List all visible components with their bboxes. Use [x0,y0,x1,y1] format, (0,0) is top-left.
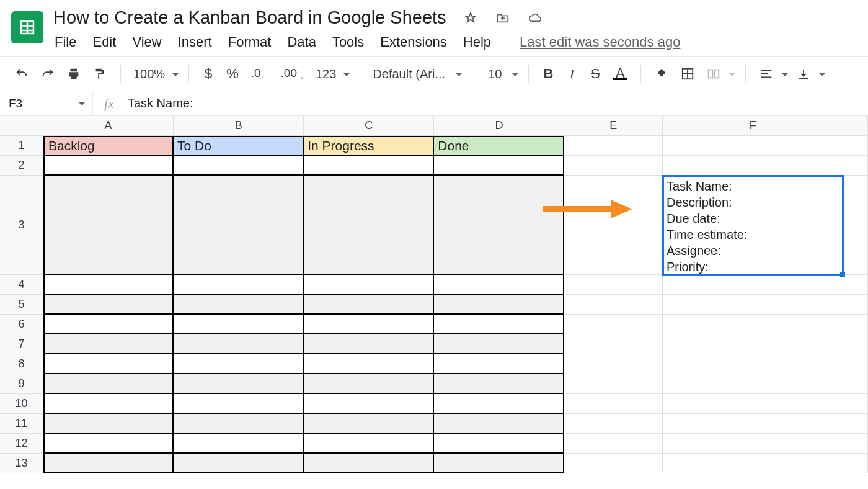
decrease-decimal-icon[interactable]: .0← [247,64,272,84]
row-header[interactable]: 10 [0,394,43,414]
menu-view[interactable]: View [132,34,161,50]
cell[interactable] [304,275,434,295]
fill-color-icon[interactable] [651,65,672,83]
cell[interactable] [43,315,174,334]
bold-icon[interactable]: B [539,63,557,84]
cell[interactable] [843,156,868,176]
cell[interactable] [564,454,663,473]
cell[interactable] [304,374,434,394]
row-header[interactable]: 8 [0,354,43,374]
cell[interactable] [843,315,868,334]
select-all-corner[interactable] [0,116,43,136]
cell[interactable] [174,394,304,414]
cell[interactable]: Backlog [43,136,174,156]
last-edit-info[interactable]: Last edit was seconds ago [520,34,680,50]
cell[interactable] [304,334,434,354]
cell[interactable] [174,295,304,315]
cell[interactable] [564,354,663,374]
cell[interactable] [43,434,174,454]
column-header[interactable]: A [43,116,174,136]
cell[interactable] [434,414,564,434]
cell[interactable] [434,275,564,295]
cell[interactable] [564,136,663,156]
cell[interactable] [304,454,434,473]
cell[interactable] [43,354,174,374]
increase-decimal-icon[interactable]: .00→ [277,64,308,84]
zoom-caret-icon[interactable] [172,67,179,81]
percent-icon[interactable]: % [223,63,242,84]
cell[interactable] [663,334,843,354]
cell[interactable] [174,454,304,473]
cell[interactable] [663,354,843,374]
menu-format[interactable]: Format [228,34,272,50]
column-header[interactable]: B [174,116,304,136]
italic-icon[interactable]: I [562,63,581,84]
cell[interactable] [174,315,304,334]
cell[interactable] [564,176,663,275]
number-format-select[interactable]: 123 [313,67,339,81]
cell[interactable] [663,414,843,434]
sheets-logo[interactable] [11,11,43,43]
cell[interactable] [843,454,868,473]
cell[interactable] [43,394,174,414]
numfmt-caret-icon[interactable] [343,67,350,81]
cell[interactable] [434,434,564,454]
row-header[interactable]: 6 [0,315,43,334]
cell[interactable] [434,176,564,275]
merge-caret-icon[interactable] [729,67,735,81]
cell[interactable] [843,354,868,374]
menu-help[interactable]: Help [463,34,491,50]
cell[interactable] [663,454,843,473]
cell[interactable] [43,414,174,434]
cell[interactable] [843,434,868,454]
cell[interactable] [564,374,663,394]
font-caret-icon[interactable] [456,67,462,81]
cell[interactable] [43,176,174,275]
cell[interactable] [304,295,434,315]
row-header[interactable]: 7 [0,334,43,354]
cell[interactable] [434,354,564,374]
cell[interactable]: In Progress [304,136,434,156]
cell[interactable] [174,414,304,434]
cell[interactable] [843,374,868,394]
cell[interactable] [663,434,843,454]
cell[interactable] [564,156,663,176]
cell[interactable] [663,275,843,295]
cell[interactable] [434,156,564,176]
vertical-align-icon[interactable] [793,65,814,83]
cell[interactable] [174,354,304,374]
column-header[interactable]: F [663,116,843,136]
cell[interactable] [564,275,663,295]
row-header[interactable]: 9 [0,374,43,394]
cell[interactable] [174,176,304,275]
cell[interactable] [843,414,868,434]
cell[interactable] [564,334,663,354]
redo-icon[interactable] [37,65,58,83]
cell[interactable] [434,315,564,334]
menu-insert[interactable]: Insert [178,34,212,50]
row-header[interactable]: 11 [0,414,43,434]
cell[interactable] [663,394,843,414]
cell[interactable] [663,295,843,315]
cell[interactable]: Done [434,136,564,156]
valign-caret-icon[interactable] [819,67,825,81]
document-title[interactable]: How to Create a Kanban Board in Google S… [51,6,449,29]
cell[interactable] [174,434,304,454]
font-size-select[interactable]: 10 [482,67,507,81]
row-header[interactable]: 5 [0,295,43,315]
column-header[interactable]: C [304,116,434,136]
cell[interactable] [434,295,564,315]
cloud-status-icon[interactable] [525,9,546,27]
cell[interactable] [843,394,868,414]
cell[interactable]: To Do [174,136,304,156]
cell[interactable] [663,156,843,176]
cell[interactable] [663,374,843,394]
fontsize-caret-icon[interactable] [512,67,518,81]
cell[interactable] [43,295,174,315]
cell[interactable] [843,295,868,315]
cell[interactable] [843,334,868,354]
cell[interactable] [304,156,434,176]
cell[interactable] [43,275,174,295]
cell[interactable] [564,394,663,414]
column-header[interactable] [843,116,868,136]
